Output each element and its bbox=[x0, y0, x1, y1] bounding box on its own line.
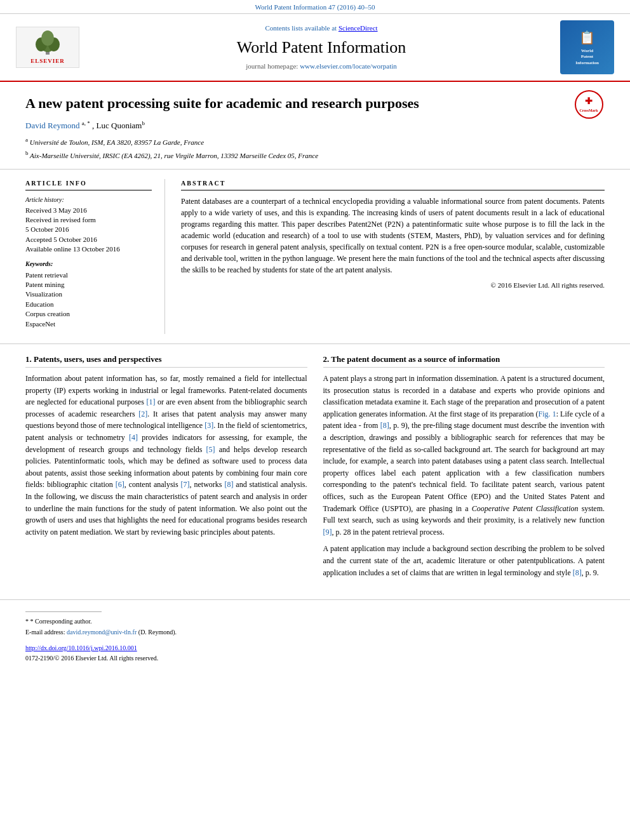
corr-star: * bbox=[25, 618, 30, 625]
body-two-col: 1. Patents, users, uses and perspectives… bbox=[25, 354, 605, 583]
crossmark-badge: ✚ CrossMark bbox=[573, 88, 605, 120]
keyword-5: Corpus creation bbox=[25, 309, 152, 319]
abstract-para: Patent databases are a counterpart of a … bbox=[181, 196, 605, 276]
section2-heading: 2. The patent document as a source of in… bbox=[323, 354, 605, 368]
journal-homepage: journal homepage: www.elsevier.com/locat… bbox=[89, 62, 554, 71]
keywords-label: Keywords: bbox=[25, 260, 152, 269]
issn-text: 0172-2190/© 2016 Elsevier Ltd. All right… bbox=[25, 654, 605, 663]
wpi-badge: 📋 World Patent Information bbox=[560, 20, 614, 74]
article-info-abstract: ARTICLE INFO Article history: Received 3… bbox=[0, 170, 630, 344]
header-logo-left: ELSEVIER bbox=[13, 27, 83, 68]
affil1-sup: a bbox=[25, 137, 28, 143]
history-label: Article history: bbox=[25, 196, 152, 204]
ref2[interactable]: [2] bbox=[138, 410, 147, 418]
copyright-line: © 2016 Elsevier Ltd. All rights reserved… bbox=[181, 281, 605, 290]
journal-title: World Patent Information bbox=[89, 36, 554, 59]
body-col-right: 2. The patent document as a source of in… bbox=[323, 354, 605, 583]
footer-rule bbox=[25, 611, 102, 612]
author1-link[interactable]: David Reymond bbox=[25, 121, 82, 130]
journal-header: ELSEVIER Contents lists available at Sci… bbox=[0, 14, 630, 82]
received2: Received in revised form bbox=[25, 215, 152, 225]
ref8[interactable]: [8] bbox=[224, 480, 233, 489]
elsevier-logo: ELSEVIER bbox=[16, 27, 79, 68]
article-info-col: ARTICLE INFO Article history: Received 3… bbox=[25, 179, 165, 334]
wpi-badge-line1: World bbox=[581, 48, 593, 55]
body-content: 1. Patents, users, uses and perspectives… bbox=[0, 344, 630, 593]
crossmark-circle: ✚ CrossMark bbox=[575, 90, 603, 119]
available-date: Available online 13 October 2016 bbox=[25, 244, 152, 254]
body-col-left: 1. Patents, users, uses and perspectives… bbox=[25, 354, 307, 583]
page-wrapper: World Patent Information 47 (2016) 40–50… bbox=[0, 0, 630, 669]
corr-label: * Corresponding author. bbox=[30, 618, 92, 625]
wpi-badge-line3: Information bbox=[575, 60, 599, 67]
crossmark-label: CrossMark bbox=[579, 108, 598, 113]
section1-heading: 1. Patents, users, uses and perspectives bbox=[25, 354, 307, 368]
ref1[interactable]: [1] bbox=[146, 397, 155, 406]
ref3[interactable]: [3] bbox=[204, 421, 213, 430]
svg-point-4 bbox=[41, 30, 54, 46]
affil2-text: Aix-Marseille Université, IRSIC (EA 4262… bbox=[30, 151, 318, 159]
keyword-3: Visualization bbox=[25, 290, 152, 299]
author1-sup: a, * bbox=[82, 120, 90, 126]
ref9[interactable]: [9] bbox=[323, 528, 332, 537]
homepage-label: journal homepage: bbox=[246, 62, 298, 70]
keyword-6: EspaceNet bbox=[25, 319, 152, 329]
abstract-text: Patent databases are a counterpart of a … bbox=[181, 196, 605, 276]
author1-name: David Reymond bbox=[25, 121, 80, 130]
elsevier-tree-icon bbox=[29, 30, 67, 56]
author2-sup: b bbox=[142, 120, 145, 126]
section1-para1: Information about patent information has… bbox=[25, 373, 307, 538]
email-suffix: (D. Reymond). bbox=[138, 629, 177, 636]
affil2-sup: b bbox=[25, 150, 29, 156]
abstract-col: ABSTRACT Patent databases are a counterp… bbox=[165, 179, 605, 334]
section2-para1: A patent plays a strong part in informat… bbox=[323, 373, 605, 538]
wpi-badge-line2: Patent bbox=[581, 54, 593, 60]
ref8b[interactable]: [8] bbox=[380, 421, 389, 430]
received1: Received 3 May 2016 bbox=[25, 206, 152, 215]
footer-section: * * Corresponding author. E-mail address… bbox=[0, 599, 630, 669]
ref7[interactable]: [7] bbox=[181, 480, 190, 489]
section2-para2: A patent application may include a backg… bbox=[323, 543, 605, 578]
email-label: E-mail address: bbox=[25, 629, 65, 636]
sciencedirect-link[interactable]: ScienceDirect bbox=[338, 24, 378, 32]
author2-name: , Luc Quoniam bbox=[92, 121, 142, 130]
contents-text: Contents lists available at bbox=[265, 24, 338, 32]
keyword-2: Patent mining bbox=[25, 280, 152, 290]
article-title: A new patent processing suite for academ… bbox=[25, 95, 573, 113]
wpi-icon: 📋 bbox=[579, 29, 595, 46]
affil1-text: Université de Toulon, ISM, EA 3820, 8395… bbox=[30, 138, 204, 145]
ref8c[interactable]: [8] bbox=[573, 568, 582, 577]
authors-line: David Reymond a, * , Luc Quoniamb bbox=[25, 119, 573, 132]
fig1-link[interactable]: Fig. 1 bbox=[539, 410, 556, 418]
ref6[interactable]: [6] bbox=[116, 480, 124, 489]
keyword-4: Education bbox=[25, 300, 152, 309]
sciencedirect-line: Contents lists available at ScienceDirec… bbox=[89, 23, 554, 33]
top-bar: World Patent Information 47 (2016) 40–50 bbox=[0, 0, 630, 14]
accepted-date: Accepted 5 October 2016 bbox=[25, 235, 152, 244]
email-link[interactable]: david.reymond@univ-tln.fr bbox=[67, 629, 137, 636]
doi-anchor[interactable]: http://dx.doi.org/10.1016/j.wpi.2016.10.… bbox=[25, 644, 137, 651]
affiliation1: a Université de Toulon, ISM, EA 3820, 83… bbox=[25, 136, 573, 147]
keyword-1: Patent retrieval bbox=[25, 270, 152, 280]
doi-link: http://dx.doi.org/10.1016/j.wpi.2016.10.… bbox=[25, 644, 605, 653]
keywords-group: Keywords: Patent retrieval Patent mining… bbox=[25, 260, 152, 329]
journal-volume-text: World Patent Information 47 (2016) 40–50 bbox=[255, 3, 375, 11]
abstract-label: ABSTRACT bbox=[181, 179, 605, 190]
homepage-url[interactable]: www.elsevier.com/locate/worpatin bbox=[300, 62, 397, 70]
ref4[interactable]: [4] bbox=[129, 433, 138, 442]
article-info-label: ARTICLE INFO bbox=[25, 179, 152, 190]
received2-date: 5 October 2016 bbox=[25, 225, 152, 234]
article-history-group: Article history: Received 3 May 2016 Rec… bbox=[25, 196, 152, 255]
article-title-section: A new patent processing suite for academ… bbox=[0, 82, 630, 169]
email-note: E-mail address: david.reymond@univ-tln.f… bbox=[25, 628, 605, 637]
elsevier-text-label: ELSEVIER bbox=[30, 57, 65, 65]
ref5[interactable]: [5] bbox=[206, 445, 215, 454]
affiliation2: b Aix-Marseille Université, IRSIC (EA 42… bbox=[25, 149, 573, 161]
corr-note: * * Corresponding author. bbox=[25, 617, 605, 626]
header-center: Contents lists available at ScienceDirec… bbox=[89, 23, 554, 71]
header-logo-right: 📋 World Patent Information bbox=[560, 20, 617, 74]
